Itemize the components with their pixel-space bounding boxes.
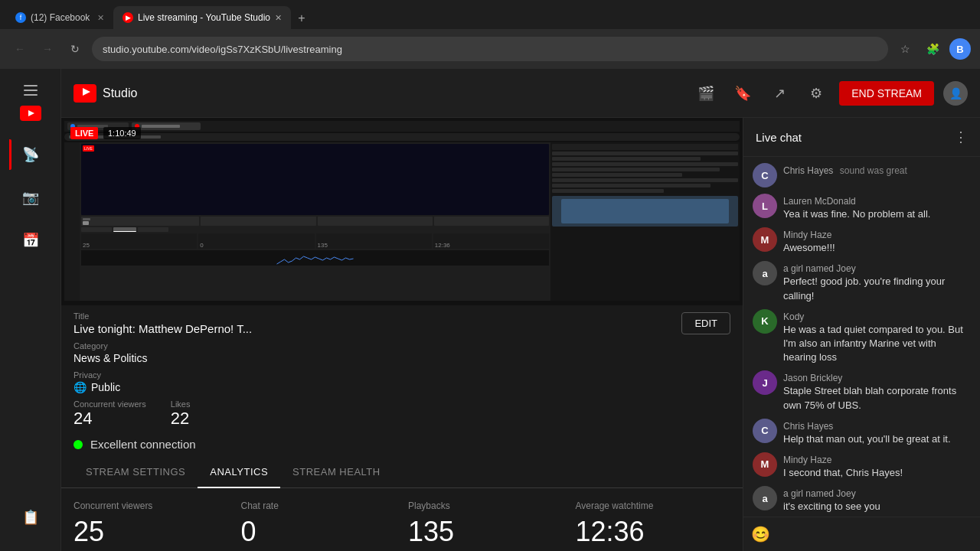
yt-play-icon (74, 84, 96, 103)
chat-text-4: He was a tad quiet compared to you. But … (783, 323, 971, 365)
chat-content-4: Kody He was a tad quiet compared to you.… (783, 309, 971, 365)
tab-stream-settings[interactable]: STREAM SETTINGS (74, 457, 198, 488)
stat-avg-label: Average watchtime (576, 500, 731, 511)
mini-main: LIVE (80, 142, 550, 301)
bookmark-icon-top[interactable]: 🔖 (729, 80, 756, 107)
hamburger-icon (24, 85, 38, 96)
stat-playbacks-value: 135 (408, 516, 564, 548)
chat-content-7: Mindy Haze I second that, Chris Hayes! (783, 452, 971, 480)
forward-button[interactable]: → (37, 38, 58, 60)
likes-label: Likes (171, 399, 191, 409)
chat-avatar-7: M (753, 452, 777, 477)
live-badge: LIVE (70, 127, 98, 139)
stat-concurrent-viewers: Concurrent viewers 25 (74, 500, 229, 548)
sidebar-logo (20, 106, 41, 121)
stat-chat-rate: Chat rate 0 (241, 500, 397, 548)
chat-message-7: M Mindy Haze I second that, Chris Hayes! (753, 452, 971, 480)
back-button[interactable]: ← (9, 38, 31, 60)
chat-panel: Live chat ⋮ C Chris Hayes sound was grea… (743, 118, 980, 551)
mini-tab2 (132, 122, 201, 130)
title-label: Title (74, 311, 252, 321)
concurrent-viewers-info: Concurrent viewers 24 (74, 399, 146, 429)
mini-video: LIVE (81, 144, 549, 215)
chat-content-3: a girl named Joey Perfect! good job. you… (783, 261, 971, 302)
title-value: Live tonight: Matthew DePerno! T... (74, 322, 252, 335)
bookmark-icon[interactable]: ☆ (894, 38, 916, 60)
chat-input-area: 😊 (743, 517, 980, 551)
category-label: Category (74, 341, 730, 350)
thumbnail-inner: LIVE 1:10:49 (61, 118, 743, 305)
chat-message-3: a a girl named Joey Perfect! good job. y… (753, 261, 971, 302)
chat-avatar-1: L (753, 194, 777, 218)
youtube-tab[interactable]: ▶ Live streaming - YouTube Studio ✕ (113, 6, 291, 29)
sidebar: 📡 📷 📅 📋 (0, 69, 61, 551)
chat-text-1: Yea it was fine. No problem at all. (783, 207, 971, 221)
camera-icon: 📷 (22, 189, 39, 206)
chat-avatar-3: a (753, 261, 777, 285)
facebook-tab[interactable]: f (12) Facebook ✕ (6, 6, 113, 29)
new-tab-button[interactable]: + (291, 8, 312, 29)
youtube-tab-label: Live streaming - YouTube Studio (138, 12, 270, 23)
connection-status: Excellent connection (61, 435, 743, 457)
tab-analytics[interactable]: ANALYTICS (198, 457, 280, 488)
youtube-tab-close[interactable]: ✕ (275, 13, 282, 23)
facebook-tab-close[interactable]: ✕ (97, 13, 104, 23)
edit-button[interactable]: EDIT (681, 312, 730, 334)
chat-message-2: M Mindy Haze Awesome!!! (753, 227, 971, 255)
sidebar-item-feedback[interactable]: 📋 (9, 496, 52, 539)
category-row: Category News & Politics (74, 341, 730, 364)
address-bar[interactable]: studio.youtube.com/video/igSs7XzKSbU/liv… (92, 37, 888, 61)
chat-text-2: Awesome!!! (783, 241, 971, 255)
mini-floating-video (552, 196, 738, 227)
content-area: LIVE 1:10:49 (61, 118, 980, 551)
privacy-row: Privacy 🌐 Public (74, 370, 730, 393)
chat-text-3: Perfect! good job. you're finding your c… (783, 275, 971, 302)
chat-text-8: it's exciting to see you (783, 500, 971, 514)
chat-messages: C Chris Hayes sound was great L Lauren M… (743, 157, 980, 517)
sidebar-item-schedule[interactable]: 📅 (9, 219, 52, 262)
chat-content-8: a girl named Joey it's exciting to see y… (783, 486, 971, 514)
chat-message-4: K Kody He was a tad quiet compared to yo… (753, 309, 971, 365)
stat-avg-value: 12:36 (576, 516, 731, 548)
chat-name-5: Jason Brickley (783, 370, 971, 384)
tab-stream-health[interactable]: STREAM HEALTH (280, 457, 393, 488)
browser-chrome: f (12) Facebook ✕ ▶ Live streaming - You… (0, 0, 980, 69)
concurrent-label: Concurrent viewers (74, 399, 146, 409)
upload-icon[interactable]: 🎬 (692, 80, 720, 107)
user-avatar[interactable]: B (949, 38, 971, 60)
chat-title: Live chat (756, 131, 802, 144)
chat-message-8: a a girl named Joey it's exciting to see… (753, 486, 971, 514)
stat-avg-watchtime: Average watchtime 12:36 (576, 500, 731, 548)
end-stream-button[interactable]: END STREAM (839, 81, 934, 106)
mini-address (64, 133, 740, 141)
chat-name-3: a girl named Joey (783, 261, 971, 275)
sidebar-item-live[interactable]: 📡 (9, 133, 52, 176)
likes-info: Likes 22 (171, 399, 191, 429)
live-broadcast-icon: 📡 (22, 146, 39, 163)
sidebar-item-videos[interactable]: 📷 (9, 176, 52, 219)
stat-concurrent-label: Concurrent viewers (74, 500, 229, 511)
hamburger-menu[interactable] (9, 75, 52, 106)
analytics-section: Concurrent viewers 25 Chat rate 0 Playba… (61, 488, 743, 551)
chat-avatar-8: a (753, 486, 777, 510)
emoji-button[interactable]: 😊 (751, 525, 770, 543)
top-bar: Studio 🎬 🔖 ↗ ⚙ END STREAM 👤 (61, 69, 980, 118)
extensions-icon[interactable]: 🧩 (922, 38, 943, 60)
share-icon[interactable]: ↗ (766, 80, 793, 107)
chat-avatar-0: C (753, 163, 777, 187)
settings-icon[interactable]: ⚙ (802, 80, 830, 107)
profile-avatar[interactable]: 👤 (943, 81, 968, 106)
chat-more-button[interactable]: ⋮ (954, 129, 968, 145)
facebook-tab-label: (12) Facebook (31, 12, 90, 23)
connection-dot (74, 440, 83, 449)
chat-content-5: Jason Brickley Staple Street blah blah c… (783, 370, 971, 412)
chat-name-2: Mindy Haze (783, 227, 971, 241)
refresh-button[interactable]: ↻ (64, 38, 86, 60)
browser-tabs: f (12) Facebook ✕ ▶ Live streaming - You… (0, 0, 980, 29)
browser-actions: ☆ 🧩 B (894, 38, 971, 60)
chat-content-6: Chris Hayes Help that man out, you'll be… (783, 419, 971, 446)
chat-avatar-2: M (753, 227, 777, 252)
mini-chat (550, 142, 740, 301)
mini-analytics: 25 0 135 (81, 233, 549, 249)
yt-studio-logo: Studio (74, 84, 137, 103)
